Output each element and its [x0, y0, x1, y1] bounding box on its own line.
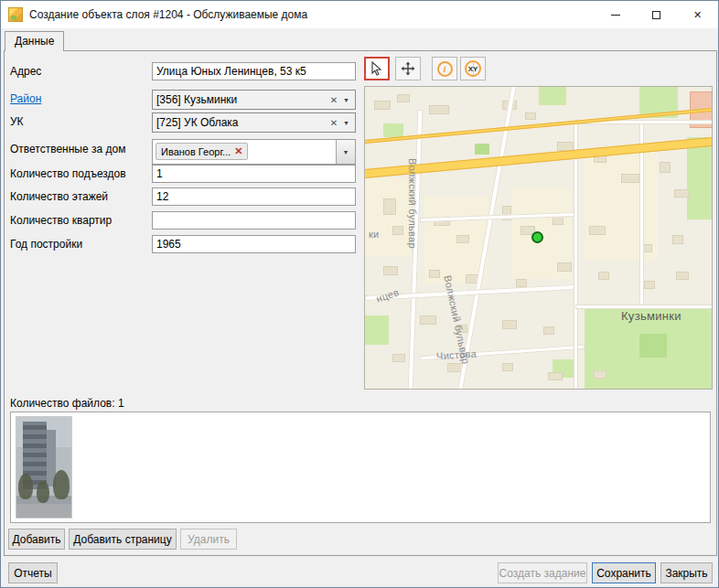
district-dropdown-icon[interactable]: ▼: [341, 97, 355, 103]
maximize-button[interactable]: [636, 1, 677, 28]
responsible-remove-icon[interactable]: ✕: [234, 145, 242, 157]
reports-button[interactable]: Отчеты: [8, 562, 58, 583]
map-park: [365, 315, 389, 345]
map-object-marker[interactable]: [531, 231, 543, 243]
map-building: [557, 262, 572, 272]
map-building: [397, 94, 410, 102]
map-canvas[interactable]: Волжский бульвар Волжский бульвар Чистов…: [364, 86, 713, 390]
pan-tool-button[interactable]: [395, 57, 421, 80]
maximize-icon: [652, 11, 660, 19]
map-building: [374, 101, 391, 110]
map-building: [660, 162, 671, 173]
map-building: [392, 226, 403, 235]
map-street-label: Волжский бульвар: [407, 158, 418, 249]
responsible-tag-text: Иванов Георг...: [161, 146, 231, 157]
tab-page: Адрес Район УК Ответственные за дом Коли…: [4, 50, 717, 556]
entrances-input[interactable]: [152, 165, 356, 183]
info-tool-button[interactable]: i: [432, 57, 457, 80]
uk-dropdown-icon[interactable]: ▼: [341, 120, 355, 126]
map-park: [639, 334, 667, 358]
map-building: [621, 174, 639, 183]
map-park: [539, 87, 566, 105]
year-input[interactable]: [152, 235, 356, 253]
create-task-button: Создать задание: [498, 562, 587, 583]
map-building: [525, 112, 536, 120]
map-building: [598, 272, 609, 280]
district-link[interactable]: Район: [10, 92, 41, 105]
map-park: [475, 144, 489, 155]
map-street-label-fragment: нцев: [375, 286, 401, 304]
map-building: [502, 363, 513, 371]
xy-tool-button[interactable]: XY: [460, 57, 486, 80]
map-park: [383, 123, 403, 137]
tab-label: Данные: [15, 35, 54, 48]
dialog-window: Создание объекта слоя #1204 - Обслуживае…: [0, 0, 719, 588]
map-building: [548, 372, 563, 380]
district-combo-value: [356] Кузьминки: [153, 93, 327, 106]
app-icon: [8, 7, 23, 22]
delete-file-button: Удалить: [180, 529, 237, 550]
close-dialog-button[interactable]: Закрыть: [660, 562, 713, 583]
address-input[interactable]: [152, 62, 356, 80]
window-title: Создание объекта слоя #1204 - Обслуживае…: [29, 8, 307, 21]
responsible-dropdown-button[interactable]: ▼: [336, 140, 355, 164]
entrances-label: Количество подъездов: [10, 167, 126, 180]
map-building: [672, 235, 683, 244]
thumbnail-tree: [18, 474, 33, 499]
uk-clear-icon[interactable]: ✕: [327, 118, 341, 128]
map-building: [383, 198, 396, 215]
floors-input[interactable]: [152, 187, 356, 206]
responsible-label: Ответственные за дом: [10, 143, 125, 155]
thumbnail-tree: [53, 470, 70, 499]
map-building: [392, 354, 405, 362]
thumbnail-road: [16, 504, 71, 518]
window-controls: ✕: [595, 1, 718, 28]
map-building: [553, 217, 563, 225]
thumbnail-tree: [37, 481, 49, 503]
map-building: [516, 279, 527, 287]
map-street-label-fragment: ки: [369, 229, 380, 240]
map-building: [674, 189, 689, 198]
save-button[interactable]: Сохранить: [592, 562, 656, 583]
tab-data[interactable]: Данные: [5, 31, 64, 51]
district-combo[interactable]: [356] Кузьминки ✕ ▼: [152, 90, 356, 110]
files-panel[interactable]: [10, 412, 711, 523]
xy-icon: XY: [465, 60, 481, 77]
map-building: [429, 105, 449, 114]
add-page-button[interactable]: Добавить страницу: [69, 529, 177, 550]
responsible-dropdown-icon: ▼: [343, 149, 349, 155]
map-building: [429, 270, 440, 278]
apartments-input[interactable]: [152, 211, 356, 230]
floors-label: Количество этажей: [10, 190, 108, 203]
map-building: [543, 326, 554, 335]
year-label: Год постройки: [10, 238, 82, 251]
map-street: [574, 123, 578, 390]
pan-icon: [401, 61, 415, 76]
map-building: [644, 281, 655, 289]
uk-combo-value: [725] УК Облака: [153, 116, 327, 129]
file-thumbnail[interactable]: [16, 416, 72, 519]
map-district-label: Кузьминки: [621, 309, 681, 323]
add-file-button[interactable]: Добавить: [8, 529, 65, 550]
responsible-tag: Иванов Георг... ✕: [156, 143, 248, 160]
map-building: [594, 370, 606, 379]
minimize-icon: [611, 15, 620, 16]
close-button[interactable]: ✕: [677, 1, 718, 28]
footer-bar: Отчеты Создать задание Сохранить Закрыть: [1, 556, 719, 588]
map-park: [687, 137, 713, 219]
files-count-label: Количество файлов: 1: [10, 397, 124, 410]
info-icon: i: [437, 61, 453, 77]
uk-combo[interactable]: [725] УК Облака ✕ ▼: [152, 112, 356, 133]
uk-label: УК: [10, 115, 24, 128]
minimize-button[interactable]: [595, 1, 636, 28]
district-clear-icon[interactable]: ✕: [327, 95, 341, 105]
map-building: [676, 272, 689, 280]
cursor-icon: [370, 61, 384, 76]
map-building: [502, 320, 517, 329]
apartments-label: Количество квартир: [10, 214, 112, 227]
responsible-combo[interactable]: Иванов Георг... ✕ ▼: [152, 139, 356, 165]
title-bar[interactable]: Создание объекта слоя #1204 - Обслуживае…: [1, 1, 718, 28]
select-tool-button[interactable]: [364, 57, 390, 80]
map-building: [589, 226, 606, 235]
map-building: [383, 266, 398, 275]
